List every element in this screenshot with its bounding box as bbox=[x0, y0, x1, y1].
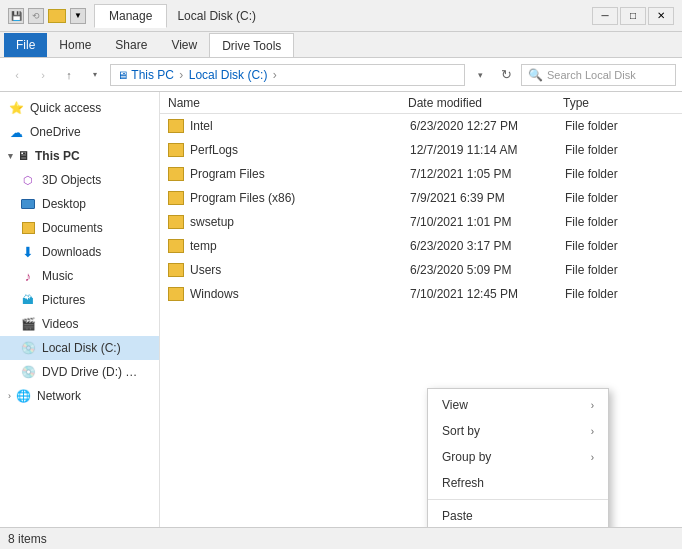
sidebar-label-onedrive: OneDrive bbox=[30, 125, 81, 139]
address-path[interactable]: 🖥 This PC › Local Disk (C:) › bbox=[110, 64, 465, 86]
folder-icon-swsetup bbox=[168, 215, 184, 229]
search-box[interactable]: 🔍 Search Local Disk bbox=[521, 64, 676, 86]
file-row[interactable]: swsetup 7/10/2021 1:01 PM File folder bbox=[160, 210, 682, 234]
tab-view[interactable]: View bbox=[159, 33, 209, 57]
context-menu: View › Sort by › Group by › Refresh Past… bbox=[427, 388, 609, 527]
search-placeholder: Search Local Disk bbox=[547, 69, 636, 81]
sidebar-item-3d-objects[interactable]: ⬡ 3D Objects bbox=[0, 168, 159, 192]
sidebar-item-documents[interactable]: Documents bbox=[0, 216, 159, 240]
file-date-windows: 7/10/2021 12:45 PM bbox=[410, 287, 565, 301]
file-row[interactable]: Windows 7/10/2021 12:45 PM File folder bbox=[160, 282, 682, 306]
ribbon-tabs: File Home Share View Drive Tools bbox=[0, 32, 682, 58]
context-menu-item-refresh[interactable]: Refresh bbox=[428, 470, 608, 496]
context-menu-item-paste[interactable]: Paste bbox=[428, 503, 608, 527]
file-date-temp: 6/23/2020 3:17 PM bbox=[410, 239, 565, 253]
ctx-label-sort-by: Sort by bbox=[442, 424, 480, 438]
search-icon: 🔍 bbox=[528, 68, 543, 82]
folder-icon-program-files-x86 bbox=[168, 191, 184, 205]
recent-locations-button[interactable]: ▾ bbox=[84, 64, 106, 86]
file-type-users: File folder bbox=[565, 263, 674, 277]
sidebar-item-videos[interactable]: 🎬 Videos bbox=[0, 312, 159, 336]
sidebar-item-quick-access[interactable]: ⭐ Quick access bbox=[0, 96, 159, 120]
sidebar-label-videos: Videos bbox=[42, 317, 78, 331]
sidebar-item-this-pc[interactable]: ▾ 🖥 This PC bbox=[0, 144, 159, 168]
dropdown-arrow[interactable]: ▾ bbox=[469, 64, 491, 86]
desktop-icon bbox=[20, 196, 36, 212]
column-header-type[interactable]: Type bbox=[563, 96, 674, 110]
sidebar-label-dvd-drive: DVD Drive (D:) CCS… bbox=[42, 365, 142, 379]
network-icon: 🌐 bbox=[15, 388, 31, 404]
sidebar-item-local-disk[interactable]: 💿 Local Disk (C:) bbox=[0, 336, 159, 360]
folder-icon-program-files bbox=[168, 167, 184, 181]
quick-access-icon[interactable]: ▼ bbox=[70, 8, 86, 24]
manage-tab[interactable]: Manage bbox=[94, 4, 167, 28]
context-menu-item-sort-by[interactable]: Sort by › bbox=[428, 418, 608, 444]
file-name-intel: Intel bbox=[190, 119, 410, 133]
file-date-perflogs: 12/7/2019 11:14 AM bbox=[410, 143, 565, 157]
quick-access-icon: ⭐ bbox=[8, 100, 24, 116]
tab-share[interactable]: Share bbox=[103, 33, 159, 57]
file-row[interactable]: temp 6/23/2020 3:17 PM File folder bbox=[160, 234, 682, 258]
folder-icon-windows bbox=[168, 287, 184, 301]
sidebar-label-this-pc: This PC bbox=[35, 149, 80, 163]
column-header-name[interactable]: Name bbox=[168, 96, 408, 110]
path-this-pc[interactable]: This PC bbox=[131, 68, 174, 82]
path-local-disk[interactable]: Local Disk (C:) bbox=[189, 68, 268, 82]
file-date-users: 6/23/2020 5:09 PM bbox=[410, 263, 565, 277]
refresh-button[interactable]: ↻ bbox=[495, 64, 517, 86]
3d-objects-icon: ⬡ bbox=[20, 172, 36, 188]
file-row[interactable]: Program Files 7/12/2021 1:05 PM File fol… bbox=[160, 162, 682, 186]
context-menu-item-view[interactable]: View › bbox=[428, 392, 608, 418]
close-btn[interactable]: ✕ bbox=[648, 7, 674, 25]
file-row[interactable]: Users 6/23/2020 5:09 PM File folder bbox=[160, 258, 682, 282]
forward-button[interactable]: › bbox=[32, 64, 54, 86]
save-icon[interactable]: 💾 bbox=[8, 8, 24, 24]
sidebar-label-desktop: Desktop bbox=[42, 197, 86, 211]
file-row[interactable]: Program Files (x86) 7/9/2021 6:39 PM Fil… bbox=[160, 186, 682, 210]
column-header-date[interactable]: Date modified bbox=[408, 96, 563, 110]
dvd-drive-icon: 💿 bbox=[20, 364, 36, 380]
sidebar-item-dvd-drive[interactable]: 💿 DVD Drive (D:) CCS… bbox=[0, 360, 159, 384]
sidebar-item-network[interactable]: › 🌐 Network bbox=[0, 384, 159, 408]
maximize-btn[interactable]: □ bbox=[620, 7, 646, 25]
file-row[interactable]: Intel 6/23/2020 12:27 PM File folder bbox=[160, 114, 682, 138]
status-bar: 8 items bbox=[0, 527, 682, 549]
ctx-arrow-view: › bbox=[591, 400, 594, 411]
sidebar-item-desktop[interactable]: Desktop bbox=[0, 192, 159, 216]
downloads-icon: ⬇ bbox=[20, 244, 36, 260]
folder-icon-users bbox=[168, 263, 184, 277]
ctx-arrow-sort-by: › bbox=[591, 426, 594, 437]
title-text: Local Disk (C:) bbox=[177, 9, 256, 23]
file-row[interactable]: PerfLogs 12/7/2019 11:14 AM File folder bbox=[160, 138, 682, 162]
file-name-windows: Windows bbox=[190, 287, 410, 301]
back-button[interactable]: ‹ bbox=[6, 64, 28, 86]
file-list-area: Name Date modified Type Intel 6/23/2020 … bbox=[160, 92, 682, 527]
address-bar: ‹ › ↑ ▾ 🖥 This PC › Local Disk (C:) › ▾ … bbox=[0, 58, 682, 92]
file-type-swsetup: File folder bbox=[565, 215, 674, 229]
file-type-intel: File folder bbox=[565, 119, 674, 133]
ctx-label-refresh: Refresh bbox=[442, 476, 484, 490]
onedrive-icon: ☁ bbox=[8, 124, 24, 140]
file-date-program-files-x86: 7/9/2021 6:39 PM bbox=[410, 191, 565, 205]
sidebar-item-downloads[interactable]: ⬇ Downloads bbox=[0, 240, 159, 264]
folder-icon-intel bbox=[168, 119, 184, 133]
file-name-users: Users bbox=[190, 263, 410, 277]
thispc-icon: 🖥 bbox=[17, 149, 29, 163]
tab-file[interactable]: File bbox=[4, 33, 47, 57]
file-date-swsetup: 7/10/2021 1:01 PM bbox=[410, 215, 565, 229]
local-disk-icon: 💿 bbox=[20, 340, 36, 356]
file-list-header: Name Date modified Type bbox=[160, 92, 682, 114]
up-button[interactable]: ↑ bbox=[58, 64, 80, 86]
sidebar-item-pictures[interactable]: 🏔 Pictures bbox=[0, 288, 159, 312]
tab-home[interactable]: Home bbox=[47, 33, 103, 57]
folder-icon bbox=[48, 9, 66, 23]
sidebar-item-onedrive[interactable]: ☁ OneDrive bbox=[0, 120, 159, 144]
sidebar-label-downloads: Downloads bbox=[42, 245, 101, 259]
undo-icon[interactable]: ⟲ bbox=[28, 8, 44, 24]
sidebar-item-music[interactable]: ♪ Music bbox=[0, 264, 159, 288]
sidebar-label-3d-objects: 3D Objects bbox=[42, 173, 101, 187]
context-menu-item-group-by[interactable]: Group by › bbox=[428, 444, 608, 470]
tab-drive-tools[interactable]: Drive Tools bbox=[209, 33, 294, 57]
minimize-btn[interactable]: ─ bbox=[592, 7, 618, 25]
file-name-program-files-x86: Program Files (x86) bbox=[190, 191, 410, 205]
